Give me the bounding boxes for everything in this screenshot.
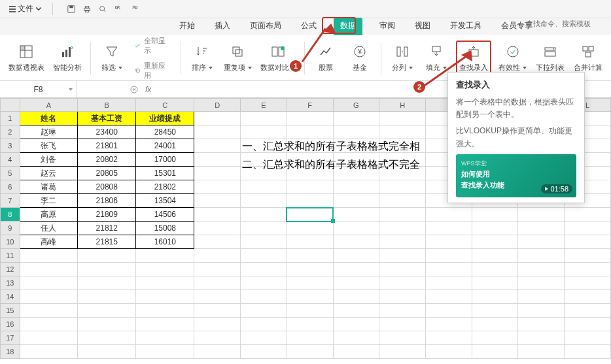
col-header-E[interactable]: E	[241, 99, 287, 112]
show-all-button[interactable]: 全部显示	[134, 35, 171, 57]
undo-icon[interactable]	[113, 4, 124, 14]
cell-K18[interactable]	[518, 345, 565, 359]
cell-B14[interactable]	[78, 290, 136, 304]
cell-L10[interactable]	[565, 235, 611, 249]
dropdown-button[interactable]: 下拉列表	[534, 42, 567, 74]
command-search[interactable]	[523, 20, 604, 27]
cell-D9[interactable]	[194, 222, 241, 235]
stock-button[interactable]: 股票	[311, 42, 340, 74]
cell-L9[interactable]	[565, 222, 611, 235]
cell-G9[interactable]	[333, 222, 379, 235]
cell-B7[interactable]: 21806	[78, 194, 136, 208]
cell-G13[interactable]	[333, 276, 379, 290]
cell-G6[interactable]	[333, 180, 379, 194]
row-header-14[interactable]: 14	[1, 290, 20, 304]
cell-B17[interactable]	[78, 331, 136, 345]
cell-G15[interactable]	[333, 304, 379, 318]
cell-B1[interactable]: 基本工资	[78, 112, 136, 125]
cell-G10[interactable]	[333, 235, 379, 249]
cell-A16[interactable]	[20, 318, 78, 331]
cell-I15[interactable]	[426, 304, 472, 318]
cell-E8[interactable]	[241, 208, 287, 222]
cell-E17[interactable]	[241, 331, 287, 345]
cell-H15[interactable]	[379, 304, 426, 318]
cell-F18[interactable]	[287, 345, 333, 359]
cell-F10[interactable]	[287, 235, 333, 249]
cell-I8[interactable]	[426, 208, 472, 222]
cell-F17[interactable]	[287, 331, 333, 345]
cell-C13[interactable]	[136, 276, 194, 290]
cell-F15[interactable]	[287, 304, 333, 318]
row-header-11[interactable]: 11	[1, 249, 20, 263]
cell-F13[interactable]	[287, 276, 333, 290]
cell-A14[interactable]	[20, 290, 78, 304]
cell-H17[interactable]	[379, 331, 426, 345]
row-header-17[interactable]: 17	[1, 331, 20, 345]
filter-button[interactable]: 筛选	[97, 42, 126, 74]
cell-C18[interactable]	[136, 345, 194, 359]
cell-F11[interactable]	[287, 249, 333, 263]
row-header-6[interactable]: 6	[1, 180, 20, 194]
cell-D2[interactable]	[194, 125, 241, 139]
cell-F14[interactable]	[287, 290, 333, 304]
pivot-button[interactable]: 数据透视表	[7, 42, 46, 74]
cell-C15[interactable]	[136, 304, 194, 318]
cell-I11[interactable]	[426, 249, 472, 263]
cell-E7[interactable]	[241, 194, 287, 208]
cell-I17[interactable]	[426, 331, 472, 345]
cell-E13[interactable]	[241, 276, 287, 290]
cell-A1[interactable]: 姓名	[20, 112, 78, 125]
cell-E15[interactable]	[241, 304, 287, 318]
row-header-13[interactable]: 13	[1, 276, 20, 290]
tab-view[interactable]: 视图	[412, 18, 433, 35]
cell-E1[interactable]	[241, 112, 287, 125]
cell-D17[interactable]	[194, 331, 241, 345]
cell-B15[interactable]	[78, 304, 136, 318]
cell-I14[interactable]	[426, 290, 472, 304]
cell-L12[interactable]	[565, 263, 611, 276]
cell-E6[interactable]	[241, 180, 287, 194]
cell-D15[interactable]	[194, 304, 241, 318]
cell-D12[interactable]	[194, 263, 241, 276]
cell-F1[interactable]	[287, 112, 333, 125]
row-header-7[interactable]: 7	[1, 194, 20, 208]
cell-B18[interactable]	[78, 345, 136, 359]
smart-analysis-button[interactable]: 智能分析	[51, 42, 84, 74]
cell-D4[interactable]	[194, 153, 241, 167]
cell-L13[interactable]	[565, 276, 611, 290]
cell-B16[interactable]	[78, 318, 136, 331]
cell-B8[interactable]: 21809	[78, 208, 136, 222]
tab-layout[interactable]: 页面布局	[247, 18, 284, 35]
cell-C16[interactable]	[136, 318, 194, 331]
cell-J9[interactable]	[472, 222, 518, 235]
row-header-15[interactable]: 15	[1, 304, 20, 318]
cell-C12[interactable]	[136, 263, 194, 276]
cell-A3[interactable]: 张飞	[20, 139, 78, 153]
cell-J17[interactable]	[472, 331, 518, 345]
cell-B5[interactable]: 20805	[78, 167, 136, 180]
dedup-button[interactable]: 重复项	[222, 42, 254, 74]
cell-H11[interactable]	[379, 249, 426, 263]
cell-E12[interactable]	[241, 263, 287, 276]
cell-L16[interactable]	[565, 318, 611, 331]
cell-A4[interactable]: 刘备	[20, 153, 78, 167]
col-header-C[interactable]: C	[136, 99, 194, 112]
sort-button[interactable]: 排序	[188, 42, 217, 74]
cell-J16[interactable]	[472, 318, 518, 331]
cell-I16[interactable]	[426, 318, 472, 331]
preview-icon[interactable]	[97, 4, 108, 14]
cell-J14[interactable]	[472, 290, 518, 304]
cell-K15[interactable]	[518, 304, 565, 318]
cell-G17[interactable]	[333, 331, 379, 345]
row-header-3[interactable]: 3	[1, 139, 20, 153]
cell-B13[interactable]	[78, 276, 136, 290]
cell-J8[interactable]	[472, 208, 518, 222]
col-header-A[interactable]: A	[20, 99, 78, 112]
tab-formula[interactable]: 公式	[298, 18, 319, 35]
cell-K16[interactable]	[518, 318, 565, 331]
row-header-10[interactable]: 10	[1, 235, 20, 249]
cell-E14[interactable]	[241, 290, 287, 304]
cell-B10[interactable]: 21815	[78, 235, 136, 249]
cell-B3[interactable]: 21801	[78, 139, 136, 153]
tab-insert[interactable]: 插入	[212, 18, 233, 35]
